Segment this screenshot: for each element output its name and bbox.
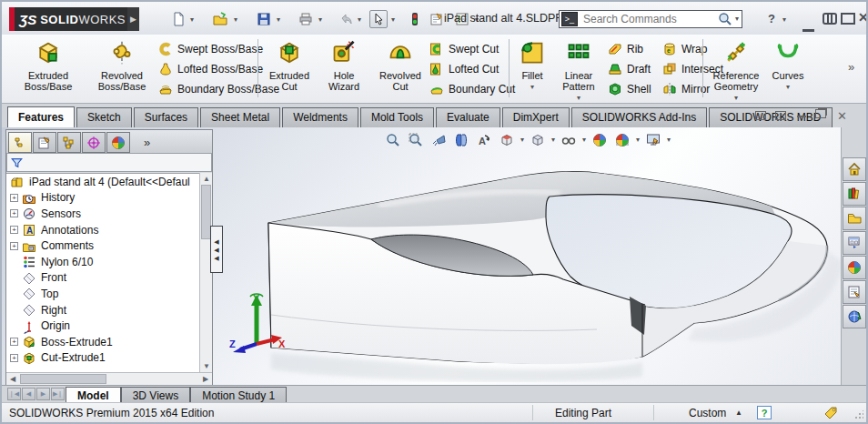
scroll-down-arrow[interactable]: ▼: [200, 360, 213, 372]
tab-surfaces[interactable]: Surfaces: [134, 107, 198, 127]
fillet-button[interactable]: Fillet ▾: [511, 38, 553, 98]
swept-cut-button[interactable]: Swept Cut: [429, 39, 508, 59]
menu-expand-arrow[interactable]: ▶: [127, 7, 139, 31]
search-scope-icon[interactable]: >_: [561, 12, 578, 26]
linear-pattern-button[interactable]: Linear Pattern ▾: [553, 38, 604, 98]
tab-sheet-metal[interactable]: Sheet Metal: [200, 107, 280, 127]
search-commands-box[interactable]: >_ ▾: [559, 10, 742, 28]
open-document-icon[interactable]: [211, 10, 229, 28]
tree-item-history[interactable]: + History: [6, 190, 212, 207]
solidworks-resources-icon[interactable]: [843, 157, 866, 181]
resize-grip[interactable]: [854, 410, 863, 419]
configurationmanager-tab[interactable]: [57, 132, 81, 153]
dimxpertmanager-tab[interactable]: [82, 132, 106, 153]
file-properties-icon[interactable]: [428, 10, 446, 28]
custom-properties-icon[interactable]: [843, 280, 866, 304]
scroll-up-arrow[interactable]: ▲: [200, 173, 213, 185]
scroll-left-arrow[interactable]: ◀: [6, 373, 19, 385]
tree-item-cut-extrude1[interactable]: + Cut-Extrude1: [6, 350, 212, 367]
design-library-icon[interactable]: [843, 182, 866, 206]
panel-overflow-chevron[interactable]: »: [144, 136, 150, 153]
tree-item-boss-extrude1[interactable]: + Boss-Extrude1: [6, 334, 212, 350]
tab-weldments[interactable]: Weldments: [282, 107, 358, 127]
doc-restore-icon[interactable]: [815, 109, 832, 120]
revolved-boss-button[interactable]: Revolved Boss/Base: [87, 38, 156, 98]
tab-dimxpert[interactable]: DimXpert: [502, 107, 570, 127]
tree-item-annotations[interactable]: + A Annotations: [6, 222, 212, 238]
tree-item-sensors[interactable]: + Sensors: [6, 206, 212, 222]
scroll-right-arrow[interactable]: ▶: [199, 373, 212, 385]
tree-item-top-plane[interactable]: Top: [6, 286, 212, 302]
tab-sw-addins[interactable]: SOLIDWORKS Add-Ins: [571, 107, 707, 127]
zoom-to-fit-icon[interactable]: [384, 131, 402, 149]
apply-scene-icon[interactable]: [613, 131, 631, 149]
lofted-boss-button[interactable]: Lofted Boss/Base: [158, 59, 266, 79]
expand-toggle[interactable]: +: [10, 242, 18, 250]
help-icon[interactable]: ?: [768, 12, 775, 25]
expand-toggle[interactable]: +: [10, 194, 18, 202]
new-document-icon[interactable]: [169, 10, 187, 28]
featuremanager-tab[interactable]: [8, 132, 32, 153]
previous-view-icon[interactable]: [429, 131, 448, 149]
first-tab-button[interactable]: ❘◀: [7, 388, 21, 400]
tree-item-material[interactable]: Nylon 6/10: [6, 254, 212, 270]
next-tab-button[interactable]: ▶: [36, 388, 50, 400]
panel-collapse-splitter[interactable]: ◀◀◀: [210, 226, 223, 273]
display-style-icon[interactable]: [529, 131, 547, 149]
tab-evaluate[interactable]: Evaluate: [436, 107, 500, 127]
maximize-button[interactable]: [841, 13, 855, 25]
tree-item-comments[interactable]: + Comments: [6, 237, 212, 254]
curves-button[interactable]: Curves ▾: [766, 38, 810, 98]
doc-minimize-icon[interactable]: [797, 116, 806, 117]
restore-pane-button[interactable]: [823, 13, 837, 25]
view-settings-icon[interactable]: [644, 131, 662, 149]
minimize-button[interactable]: [802, 20, 814, 32]
rib-button[interactable]: Rib: [608, 39, 661, 59]
search-magnifier-icon[interactable]: [718, 12, 732, 26]
close-button[interactable]: ✕: [858, 10, 868, 22]
appearances-scenes-icon[interactable]: [843, 256, 866, 279]
shell-button[interactable]: Shell: [608, 79, 661, 99]
select-cursor-icon[interactable]: [369, 10, 388, 28]
draft-button[interactable]: Draft: [608, 59, 661, 79]
collapse-left-icon[interactable]: ◂⃝: [755, 109, 772, 120]
units-caret-icon[interactable]: ▲: [735, 409, 742, 417]
revolved-cut-button[interactable]: Revolved Cut: [372, 38, 429, 98]
boundary-boss-button[interactable]: Boundary Boss/Base: [158, 79, 266, 99]
propertymanager-tab[interactable]: [33, 132, 56, 153]
extruded-cut-button[interactable]: Extruded Cut: [263, 38, 316, 98]
tree-item-origin[interactable]: Origin: [6, 318, 212, 334]
undo-icon[interactable]: [337, 10, 355, 28]
collapse-right-icon[interactable]: ▸⃝: [775, 109, 792, 120]
prev-tab-button[interactable]: ◀: [22, 388, 35, 400]
save-icon[interactable]: [255, 10, 273, 28]
units-selector[interactable]: Custom: [689, 407, 726, 419]
tab-sketch[interactable]: Sketch: [76, 107, 132, 127]
boundary-cut-button[interactable]: Boundary Cut: [429, 79, 508, 99]
print-icon[interactable]: [297, 10, 315, 28]
view-orientation-icon[interactable]: A: [475, 131, 493, 149]
solidworks-forum-icon[interactable]: [843, 305, 866, 328]
tab-mold-tools[interactable]: Mold Tools: [360, 107, 434, 127]
zoom-to-area-icon[interactable]: [407, 131, 425, 149]
solidworks-logo[interactable]: ƷS SOLIDWORKS: [9, 7, 127, 31]
expand-toggle[interactable]: +: [10, 226, 18, 234]
search-input[interactable]: [581, 12, 718, 26]
scroll-thumb[interactable]: [20, 374, 106, 384]
edit-appearance-icon[interactable]: [590, 131, 609, 149]
expand-toggle[interactable]: +: [10, 354, 18, 362]
ribbon-overflow-chevron[interactable]: »: [848, 60, 854, 74]
doc-close-icon[interactable]: ✕: [837, 109, 847, 123]
tree-root[interactable]: iPad stand alt 4 (Default<<Defaul: [6, 174, 212, 190]
lofted-cut-button[interactable]: Lofted Cut: [429, 59, 508, 79]
ipad-stand-model[interactable]: [215, 153, 843, 382]
swept-boss-button[interactable]: Swept Boss/Base: [158, 39, 266, 59]
hole-wizard-button[interactable]: Hole Wizard: [318, 38, 370, 98]
tab-features[interactable]: Features: [7, 106, 75, 127]
tree-horizontal-scrollbar[interactable]: ◀ ▶: [6, 372, 212, 385]
displaymanager-tab[interactable]: [106, 132, 130, 153]
view-selector-icon[interactable]: [498, 131, 516, 149]
view-palette-icon[interactable]: [843, 231, 866, 255]
tree-item-front-plane[interactable]: Front: [6, 270, 212, 287]
tree-filter-bar[interactable]: [6, 154, 212, 172]
